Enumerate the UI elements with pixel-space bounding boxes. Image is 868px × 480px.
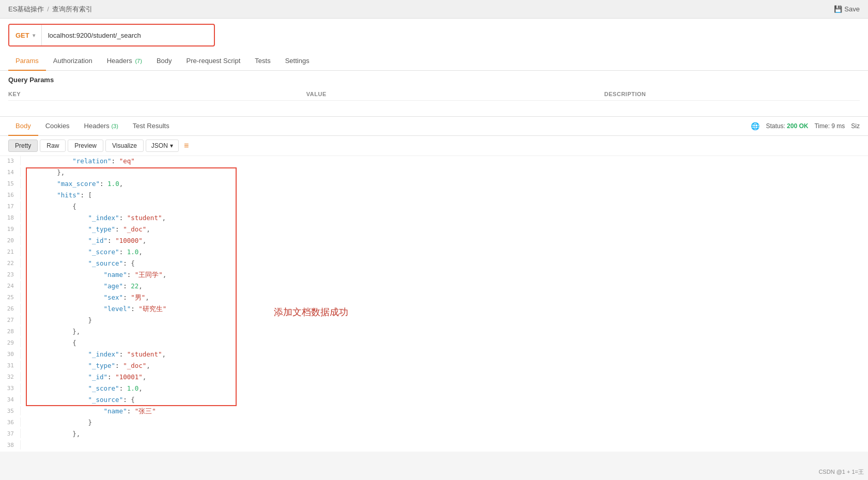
tab-tests[interactable]: Tests bbox=[247, 52, 277, 71]
chevron-down-icon: ▾ bbox=[33, 33, 35, 38]
request-section: GET ▾ bbox=[0, 19, 868, 52]
time-label: Time: 9 ms bbox=[814, 122, 845, 130]
code-line: 37 }, bbox=[0, 429, 868, 440]
visualize-button[interactable]: Visualize bbox=[105, 140, 144, 152]
request-line: GET ▾ bbox=[8, 24, 215, 47]
status-ok: 200 OK bbox=[787, 122, 808, 130]
code-line: 32 "_id": "10001", bbox=[0, 372, 868, 383]
code-line: 22 "_source": { bbox=[0, 258, 868, 270]
code-line: 24 "age": 22, bbox=[0, 281, 868, 292]
query-params-title: Query Params bbox=[8, 76, 860, 84]
col-key: KEY bbox=[8, 88, 306, 101]
tab-settings[interactable]: Settings bbox=[278, 52, 317, 71]
pretty-button[interactable]: Pretty bbox=[8, 140, 38, 152]
query-params-section: Query Params KEY VALUE DESCRIPTION bbox=[0, 71, 868, 116]
code-line: 23 "name": "王同学", bbox=[0, 270, 868, 281]
code-line: 15 "max_score": 1.0, bbox=[0, 179, 868, 190]
code-line: 31 "_type": "_doc", bbox=[0, 361, 868, 372]
request-tabs: Params Authorization Headers (7) Body Pr… bbox=[0, 52, 868, 71]
response-tabs: Body Cookies Headers (3) Test Results bbox=[8, 117, 177, 135]
code-line: 14 }, bbox=[0, 167, 868, 179]
raw-button[interactable]: Raw bbox=[40, 140, 66, 152]
code-line: 33 "_score": 1.0, bbox=[0, 383, 868, 395]
save-label: Save bbox=[844, 5, 860, 13]
size-label: Siz bbox=[851, 122, 860, 130]
preview-button[interactable]: Preview bbox=[68, 140, 103, 152]
tab-headers[interactable]: Headers (7) bbox=[100, 52, 149, 71]
code-container: 13 "relation": "eq"14 },15 "max_score": … bbox=[0, 156, 868, 452]
globe-icon: 🌐 bbox=[751, 122, 760, 130]
params-empty-row bbox=[8, 101, 860, 116]
chevron-down-icon: ▾ bbox=[170, 142, 173, 149]
code-line: 21 "_score": 1.0, bbox=[0, 247, 868, 258]
method-select[interactable]: GET ▾ bbox=[9, 25, 42, 45]
params-table: KEY VALUE DESCRIPTION bbox=[8, 88, 860, 116]
json-label: JSON bbox=[151, 142, 168, 149]
code-line: 26 "level": "研究生" bbox=[0, 304, 868, 315]
save-icon: 💾 bbox=[834, 5, 842, 13]
code-line: 19 "_type": "_doc", bbox=[0, 224, 868, 236]
breadcrumb: ES基础操作 / 查询所有索引 bbox=[8, 5, 92, 14]
code-line: 28 }, bbox=[0, 327, 868, 338]
tab-body[interactable]: Body bbox=[149, 52, 179, 71]
code-line: 17 { bbox=[0, 202, 868, 213]
col-value: VALUE bbox=[306, 88, 605, 101]
breadcrumb-prefix: ES基础操作 bbox=[8, 5, 44, 14]
col-description: DESCRIPTION bbox=[605, 88, 860, 101]
tab-authorization[interactable]: Authorization bbox=[46, 52, 100, 71]
tab-test-results[interactable]: Test Results bbox=[126, 117, 177, 136]
code-line: 30 "_index": "student", bbox=[0, 349, 868, 361]
method-label: GET bbox=[16, 32, 29, 39]
tab-pre-request-script[interactable]: Pre-request Script bbox=[179, 52, 248, 71]
format-toolbar: Pretty Raw Preview Visualize JSON ▾ ≡ bbox=[0, 136, 868, 156]
code-line: 13 "relation": "eq" bbox=[0, 156, 868, 167]
tab-response-body[interactable]: Body bbox=[8, 117, 38, 136]
response-status: 🌐 Status: 200 OK Time: 9 ms Siz bbox=[751, 122, 860, 130]
save-button[interactable]: 💾 Save bbox=[834, 5, 860, 13]
response-tabs-row: Body Cookies Headers (3) Test Results 🌐 … bbox=[0, 117, 868, 136]
code-line: 20 "_id": "10000", bbox=[0, 236, 868, 247]
filter-icon[interactable]: ≡ bbox=[181, 139, 192, 152]
code-line: 29 { bbox=[0, 338, 868, 349]
tab-response-headers[interactable]: Headers (3) bbox=[77, 117, 126, 136]
top-bar: ES基础操作 / 查询所有索引 💾 Save bbox=[0, 0, 868, 19]
code-line: 16 "hits": [ bbox=[0, 190, 868, 202]
code-line: 36 } bbox=[0, 417, 868, 429]
code-line: 25 "sex": "男", bbox=[0, 292, 868, 304]
code-line: 34 "_source": { bbox=[0, 395, 868, 406]
status-label: Status: 200 OK bbox=[766, 122, 808, 130]
tab-params[interactable]: Params bbox=[8, 52, 46, 71]
tab-cookies[interactable]: Cookies bbox=[38, 117, 77, 136]
json-format-select[interactable]: JSON ▾ bbox=[146, 140, 179, 152]
breadcrumb-separator: / bbox=[47, 5, 49, 13]
code-line: 38 bbox=[0, 440, 868, 452]
code-line: 27 } bbox=[0, 315, 868, 327]
page-title: 查询所有索引 bbox=[52, 5, 92, 14]
code-line: 35 "name": "张三" bbox=[0, 406, 868, 417]
code-line: 18 "_index": "student", bbox=[0, 213, 868, 224]
code-area[interactable]: 13 "relation": "eq"14 },15 "max_score": … bbox=[0, 156, 868, 452]
url-input[interactable] bbox=[42, 32, 214, 39]
